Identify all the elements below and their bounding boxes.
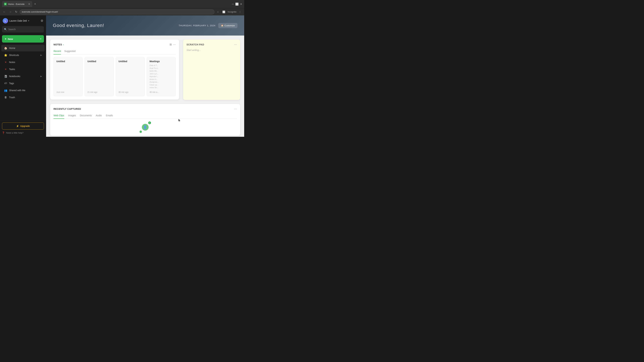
hero-left: Good evening, Lauren! xyxy=(53,23,104,28)
notes-add-button[interactable]: ⊞ xyxy=(170,43,172,46)
browser-chrome: E Home - Evernote ✕ + ─ ⬜ ✕ xyxy=(0,0,244,8)
sidebar-item-label: Tags xyxy=(9,82,14,85)
notes-icon: ✕ xyxy=(4,60,8,64)
note-content xyxy=(56,64,80,89)
tab-images[interactable]: Images xyxy=(68,113,76,119)
note-title: Meetings xyxy=(150,60,173,63)
sidebar-item-tasks[interactable]: ✕ Tasks xyxy=(1,66,44,72)
nav-items: 🏠 Home ⭐ Shortcuts ▶ ✕ Notes ✕ Tasks 📓 N… xyxy=(0,44,46,120)
content-area: Good evening, Lauren! THURSDAY, FEBRUARY… xyxy=(46,15,244,137)
bookmark-button[interactable]: ☆ xyxy=(216,10,220,14)
user-profile[interactable]: L Lauren Dale Deli ▾ xyxy=(3,18,29,23)
notes-arrow-icon[interactable]: › xyxy=(63,43,64,46)
browser-tabs: E Home - Evernote ✕ + xyxy=(2,1,230,7)
url-text: evernote.com/client/web?login=true#/ xyxy=(22,10,58,13)
note-time: Just now xyxy=(56,91,80,93)
settings-button[interactable]: ⚙ xyxy=(40,19,43,23)
sidebar: L Lauren Dale Deli ▾ ⚙ 🔍 Search + New ▾ … xyxy=(0,15,46,137)
tab-favicon: E xyxy=(4,3,7,5)
greeting-text: Good evening, Lauren! xyxy=(53,23,104,28)
new-label: New xyxy=(8,37,39,40)
notes-widget-actions: ⊞ ⋯ xyxy=(170,43,176,46)
menu-button[interactable]: ⋮ xyxy=(238,10,242,14)
upgrade-label: Upgrade xyxy=(20,125,30,127)
recently-captured-more-button[interactable]: ⋯ xyxy=(234,107,237,110)
dot-icon xyxy=(140,131,142,133)
search-box[interactable]: 🔍 Search xyxy=(2,26,44,32)
tab-title: Home - Evernote xyxy=(8,3,24,5)
trash-icon: 🗑 xyxy=(4,96,8,99)
scratch-pad-header: SCRATCH PAD ⋯ xyxy=(186,43,237,46)
tab-emails[interactable]: Emails xyxy=(106,113,113,119)
new-button[interactable]: + New ▾ xyxy=(2,35,44,42)
notes-more-button[interactable]: ⋯ xyxy=(173,43,176,46)
notes-title-row: NOTES › xyxy=(54,43,64,46)
notes-tabs: Recent Suggested xyxy=(54,49,176,54)
user-chevron-icon: ▾ xyxy=(28,19,29,22)
note-card-1[interactable]: Untitled Just now xyxy=(54,57,82,96)
sidebar-item-notebooks[interactable]: 📓 Notebooks ▶ xyxy=(1,73,44,80)
tab-close-button[interactable]: ✕ xyxy=(28,3,30,5)
upgrade-icon: ⚡ xyxy=(16,125,19,127)
note-card-3[interactable]: Untitled 36 min ago xyxy=(116,57,145,96)
note-content: Date & T...Goal To d...tasks Att...John … xyxy=(150,64,173,89)
help-icon: ❓ xyxy=(2,132,5,134)
note-card-4[interactable]: Meetings Date & T...Goal To d...tasks At… xyxy=(147,57,176,96)
upgrade-button[interactable]: ⚡ Upgrade xyxy=(2,122,44,130)
sidebar-item-tags[interactable]: 🏷 Tags xyxy=(1,80,44,87)
cards-row: NOTES › ⊞ ⋯ Recent Suggested xyxy=(50,39,240,100)
active-tab[interactable]: E Home - Evernote ✕ xyxy=(2,1,32,7)
sidebar-header: L Lauren Dale Deli ▾ ⚙ xyxy=(0,15,46,25)
recently-captured-content: 👤 ★ xyxy=(54,119,237,132)
sidebar-item-shared[interactable]: 👥 Shared with Me xyxy=(1,87,44,94)
note-title: Untitled xyxy=(118,60,142,63)
close-button[interactable]: ✕ xyxy=(240,2,242,6)
forward-button[interactable]: → xyxy=(8,10,13,14)
note-card-2[interactable]: Untitled 21 min ago xyxy=(84,57,114,96)
sidebar-item-shortcuts[interactable]: ⭐ Shortcuts ▶ xyxy=(1,52,44,58)
sidebar-item-home[interactable]: 🏠 Home xyxy=(1,45,44,51)
note-time: 21 min ago xyxy=(88,91,111,93)
home-icon: 🏠 xyxy=(4,46,8,50)
sidebar-item-label: Notebooks xyxy=(9,75,20,78)
customize-button[interactable]: 🏠 Customize xyxy=(218,23,238,28)
back-button[interactable]: ← xyxy=(2,10,7,14)
refresh-button[interactable]: ↻ xyxy=(14,9,18,14)
sidebar-item-label: Shortcuts xyxy=(9,54,19,56)
expand-icon: ▶ xyxy=(40,75,42,77)
notes-widget-title: NOTES xyxy=(54,43,62,46)
sidebar-item-trash[interactable]: 🗑 Trash xyxy=(1,94,44,101)
recently-captured-header: RECENTLY CAPTURED ⋯ xyxy=(54,107,237,110)
tasks-icon: ✕ xyxy=(4,67,8,71)
scratch-pad-more-button[interactable]: ⋯ xyxy=(234,43,237,46)
navigation-bar: ← → ↻ evernote.com/client/web?login=true… xyxy=(0,8,244,15)
tab-suggested[interactable]: Suggested xyxy=(64,49,76,54)
tab-webclips[interactable]: Web Clips xyxy=(54,113,64,119)
extensions-button[interactable]: ⬜ xyxy=(221,10,226,14)
maximize-button[interactable]: ⬜ xyxy=(235,2,239,6)
sidebar-item-notes[interactable]: ✕ Notes xyxy=(1,59,44,65)
minimize-button[interactable]: ─ xyxy=(232,2,234,6)
help-item[interactable]: ❓ Need a little help? xyxy=(2,131,44,135)
sidebar-item-label: Trash xyxy=(9,96,15,99)
recently-captured-tabs: Web Clips Images Documents Audio Emails xyxy=(54,113,237,119)
empty-state-icon: 👤 xyxy=(142,124,148,131)
sidebar-item-label: Home xyxy=(9,47,15,49)
address-bar[interactable]: evernote.com/client/web?login=true#/ xyxy=(20,9,214,14)
note-content xyxy=(118,64,142,89)
tags-icon: 🏷 xyxy=(4,82,8,85)
sidebar-item-label: Tasks xyxy=(9,68,15,70)
tab-recent[interactable]: Recent xyxy=(54,49,61,54)
customize-icon: 🏠 xyxy=(221,24,224,27)
customize-label: Customize xyxy=(224,24,235,27)
note-time: 36 min ago xyxy=(118,91,142,93)
notes-widget: NOTES › ⊞ ⋯ Recent Suggested xyxy=(50,39,179,99)
avatar: L xyxy=(3,18,8,23)
new-chevron-icon: ▾ xyxy=(40,38,41,40)
scratch-pad-content[interactable]: Start writing... xyxy=(186,49,237,51)
content-scroll: NOTES › ⊞ ⋯ Recent Suggested xyxy=(46,35,244,137)
new-tab-button[interactable]: + xyxy=(33,2,38,6)
hero-right: THURSDAY, FEBRUARY 1, 2024 🏠 Customize xyxy=(178,23,238,28)
tab-documents[interactable]: Documents xyxy=(80,113,92,119)
tab-audio[interactable]: Audio xyxy=(96,113,102,119)
